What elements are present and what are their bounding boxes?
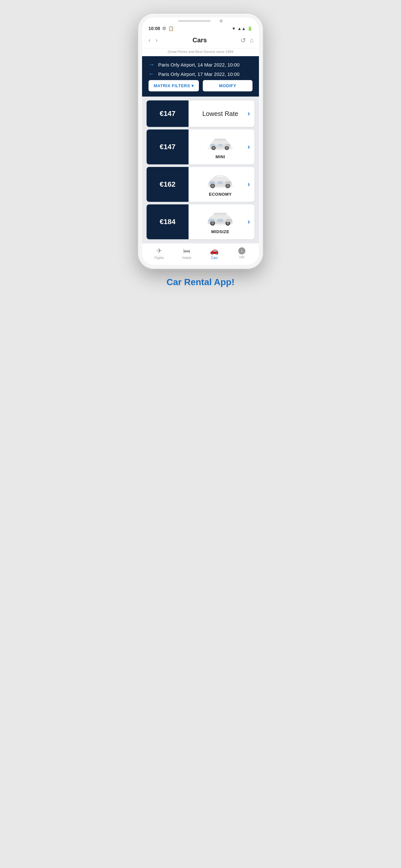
svg-rect-29 bbox=[218, 219, 223, 221]
svg-rect-30 bbox=[226, 219, 232, 221]
car-label-economy: ECONOMY bbox=[209, 192, 232, 197]
storage-icon: 📋 bbox=[168, 26, 174, 31]
nav-actions: ↺ ⌂ bbox=[241, 36, 254, 44]
phone-device: 10:08 ⚙ 📋 ▼ ▲▲ 🔋 ‹ › Cars ↺ ⌂ Gre bbox=[137, 13, 264, 269]
settings-icon: ⚙ bbox=[162, 26, 166, 31]
svg-point-13 bbox=[211, 184, 214, 187]
search-buttons: MATRIX FILTERS ▾ MODIFY bbox=[149, 80, 252, 91]
pickup-text: Paris Orly Airport, 14 Mar 2022, 10:00 bbox=[158, 62, 240, 67]
bottom-nav-flights[interactable]: ✈ Flights bbox=[150, 247, 169, 259]
chevron-right-icon-midsize: › bbox=[248, 218, 250, 226]
nav-arrows: ‹ › bbox=[147, 35, 159, 45]
price-lowest-rate: €147 bbox=[160, 110, 176, 118]
camera-dot bbox=[220, 20, 223, 23]
pickup-arrow-icon: → bbox=[149, 61, 155, 68]
info-icon: i bbox=[238, 247, 245, 254]
subtitle-bar: Great Prices and Best Service since 1994 bbox=[142, 49, 259, 56]
svg-point-6 bbox=[226, 147, 228, 149]
bottom-nav-info[interactable]: i Info bbox=[232, 247, 251, 259]
price-block-midsize: €184 bbox=[147, 205, 189, 239]
refresh-button[interactable]: ↺ bbox=[241, 36, 246, 44]
price-midsize: €184 bbox=[160, 218, 176, 226]
car-label-lowest-rate: Lowest Rate bbox=[203, 110, 238, 118]
car-details-economy: ECONOMY bbox=[193, 172, 248, 197]
price-block-economy: €162 bbox=[147, 167, 189, 202]
car-info-lowest-rate: Lowest Rate › bbox=[189, 100, 254, 127]
signal-icon: ▲▲ bbox=[237, 26, 246, 31]
car-list: €147 Lowest Rate › €147 bbox=[142, 97, 259, 243]
car-details-mini: MINI bbox=[193, 135, 248, 159]
navigation-bar: ‹ › Cars ↺ ⌂ bbox=[142, 33, 259, 49]
info-label: Info bbox=[239, 255, 245, 259]
status-right: ▼ ▲▲ 🔋 bbox=[232, 26, 252, 31]
back-button[interactable]: ‹ bbox=[147, 35, 152, 45]
pickup-row: → Paris Orly Airport, 14 Mar 2022, 10:00 bbox=[149, 61, 252, 68]
flights-label: Flights bbox=[154, 256, 164, 259]
car-card-lowest-rate[interactable]: €147 Lowest Rate › bbox=[147, 100, 254, 127]
bottom-nav-hotels[interactable]: 🛏 Hotels bbox=[177, 247, 196, 259]
car-card-midsize[interactable]: €184 bbox=[147, 205, 254, 239]
subtitle-text: Great Prices and Best Service since 1994 bbox=[167, 50, 234, 54]
dropoff-text: Paris Orly Airport, 17 Mar 2022, 10:00 bbox=[158, 71, 240, 77]
car-info-midsize: MIDSIZE › bbox=[189, 205, 254, 239]
chevron-right-icon: › bbox=[248, 110, 250, 118]
bottom-navigation: ✈ Flights 🛏 Hotels 🚗 Cars i Info bbox=[142, 243, 259, 265]
footer-text: Car Rental App! bbox=[166, 277, 235, 287]
modify-button[interactable]: MODIFY bbox=[203, 80, 252, 91]
svg-point-27 bbox=[227, 222, 228, 224]
forward-button[interactable]: › bbox=[154, 35, 159, 45]
chevron-right-icon-economy: › bbox=[248, 180, 250, 189]
chevron-right-icon-mini: › bbox=[248, 143, 250, 151]
svg-rect-2 bbox=[214, 138, 226, 141]
price-economy: €162 bbox=[160, 180, 176, 189]
dropoff-row: ← Paris Orly Airport, 17 Mar 2022, 10:00 bbox=[149, 71, 252, 78]
price-block-lowest-rate: €147 bbox=[147, 100, 189, 127]
car-image-midsize bbox=[206, 210, 235, 227]
phone-screen: 10:08 ⚙ 📋 ▼ ▲▲ 🔋 ‹ › Cars ↺ ⌂ Gre bbox=[142, 18, 259, 265]
svg-rect-16 bbox=[210, 181, 215, 184]
hotels-icon: 🛏 bbox=[183, 247, 190, 255]
page-title: Cars bbox=[159, 36, 241, 44]
wifi-icon: ▼ bbox=[232, 26, 236, 31]
svg-point-15 bbox=[226, 184, 229, 187]
status-time: 10:08 bbox=[149, 26, 160, 31]
svg-rect-21 bbox=[214, 213, 227, 215]
flights-icon: ✈ bbox=[156, 247, 162, 255]
svg-rect-8 bbox=[218, 144, 222, 146]
hotels-label: Hotels bbox=[182, 256, 191, 259]
car-info-mini: MINI › bbox=[189, 129, 254, 164]
price-mini: €147 bbox=[160, 143, 176, 151]
car-details-midsize: MIDSIZE bbox=[193, 210, 248, 234]
status-left: 10:08 ⚙ 📋 bbox=[149, 26, 174, 31]
svg-rect-7 bbox=[211, 144, 215, 146]
matrix-filters-button[interactable]: MATRIX FILTERS ▾ bbox=[149, 80, 199, 91]
price-block-mini: €147 bbox=[147, 129, 189, 164]
car-card-economy[interactable]: €162 bbox=[147, 167, 254, 202]
car-info-economy: ECONOMY › bbox=[189, 167, 254, 202]
cars-label: Cars bbox=[211, 256, 218, 259]
svg-point-4 bbox=[212, 147, 215, 149]
svg-rect-18 bbox=[225, 181, 231, 184]
status-bar: 10:08 ⚙ 📋 ▼ ▲▲ 🔋 bbox=[142, 23, 259, 33]
search-header: → Paris Orly Airport, 14 Mar 2022, 10:00… bbox=[142, 56, 259, 97]
svg-point-24 bbox=[212, 222, 213, 224]
home-button[interactable]: ⌂ bbox=[250, 36, 254, 44]
svg-rect-28 bbox=[209, 219, 214, 221]
car-image-economy bbox=[206, 172, 235, 190]
dropoff-arrow-icon: ← bbox=[149, 71, 155, 78]
svg-rect-9 bbox=[225, 144, 230, 146]
svg-rect-17 bbox=[218, 181, 223, 184]
car-label-mini: MINI bbox=[216, 154, 225, 159]
notch-bar bbox=[178, 20, 211, 22]
bottom-nav-cars[interactable]: 🚗 Cars bbox=[205, 247, 224, 259]
car-card-mini[interactable]: €147 bbox=[147, 129, 254, 164]
battery-icon: 🔋 bbox=[247, 26, 252, 31]
cars-icon: 🚗 bbox=[210, 247, 219, 255]
car-label-midsize: MIDSIZE bbox=[211, 229, 229, 234]
car-image-mini bbox=[206, 135, 235, 152]
notch bbox=[142, 18, 259, 23]
car-details-lowest-rate: Lowest Rate bbox=[193, 110, 248, 118]
